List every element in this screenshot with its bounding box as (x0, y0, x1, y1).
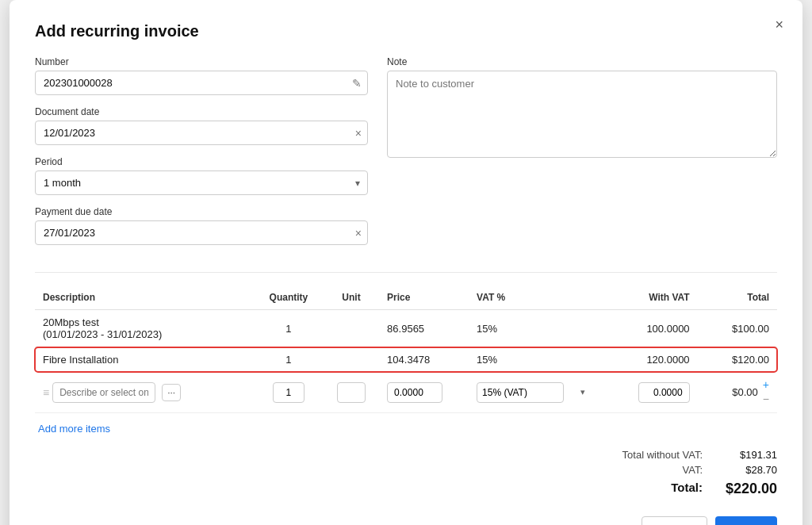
add-more-items-link[interactable]: Add more items (38, 423, 110, 435)
payment-due-label: Payment due date (35, 206, 368, 217)
totals-row-grand: Total: $220.00 (571, 481, 777, 497)
new-row-total-value: $0.00 (732, 386, 758, 398)
vat-value: $28.70 (722, 464, 777, 476)
row2-price: 104.3478 (379, 347, 469, 373)
without-vat-value: $191.31 (722, 449, 777, 461)
table-row: 20Mbps test (01/01/2023 - 31/01/2023) 1 … (35, 310, 777, 347)
new-item-unit-input[interactable] (337, 382, 366, 403)
row1-total: $100.00 (698, 310, 777, 347)
row2-vat-pct: 15% (469, 347, 598, 373)
col-description: Description (35, 285, 254, 310)
new-row-price-cell (379, 372, 469, 413)
totals-section: Total without VAT: $191.31 VAT: $28.70 T… (35, 449, 777, 500)
new-item-vat-select[interactable]: 15% (VAT) 0% 10% 20% (477, 382, 564, 403)
form-top-section: Number ✎ Document date × Period 1 month (35, 56, 777, 256)
doc-date-input[interactable] (35, 121, 368, 145)
col-total: Total (698, 285, 777, 310)
close-button[interactable]: × (772, 14, 787, 35)
doc-date-field-group: Document date × (35, 106, 368, 145)
new-row-vat-cell: 15% (VAT) 0% 10% 20% ▾ (469, 372, 598, 413)
period-label: Period (35, 156, 368, 167)
note-field-group: Note (387, 56, 777, 160)
new-item-row: ≡ ··· 15% (VAT) (35, 372, 777, 413)
col-vat-pct: VAT % (469, 285, 598, 310)
row2-total: $120.00 (698, 347, 777, 373)
totals-row-vat: VAT: $28.70 (571, 464, 777, 476)
number-edit-icon[interactable]: ✎ (350, 75, 363, 91)
payment-due-clear-icon[interactable]: × (354, 225, 363, 241)
save-button[interactable]: Save (715, 516, 777, 525)
form-right-col: Note (387, 56, 777, 256)
items-table: Description Quantity Unit Price VAT % Wi… (35, 285, 777, 413)
new-item-withvat-input[interactable] (638, 382, 690, 403)
row2-with-vat: 120.0000 (598, 347, 697, 373)
table-header: Description Quantity Unit Price VAT % Wi… (35, 285, 777, 310)
col-price: Price (379, 285, 469, 310)
modal-title: Add recurring invoice (35, 22, 777, 40)
doc-date-label: Document date (35, 106, 368, 117)
row1-price: 86.9565 (379, 310, 469, 347)
cancel-button[interactable]: Cancel (642, 516, 707, 525)
row2-description: Fibre Installation (35, 347, 254, 373)
new-item-dots-button[interactable]: ··· (162, 384, 181, 401)
number-label: Number (35, 56, 368, 67)
totals-row-without-vat: Total without VAT: $191.31 (571, 449, 777, 461)
drag-handle-icon: ≡ (43, 386, 49, 399)
col-unit: Unit (324, 285, 379, 310)
plus-icon[interactable]: + (763, 378, 769, 392)
note-textarea[interactable] (387, 71, 777, 158)
new-row-qty-cell (254, 372, 324, 413)
table-header-row: Description Quantity Unit Price VAT % Wi… (35, 285, 777, 310)
new-item-price-input[interactable] (387, 382, 442, 403)
table-row: Fibre Installation 1 104.3478 15% 120.00… (35, 347, 777, 373)
payment-due-input-wrap: × (35, 220, 368, 245)
row1-description: 20Mbps test (01/01/2023 - 31/01/2023) (35, 310, 254, 347)
total-value: $220.00 (722, 481, 777, 497)
footer-actions: Cancel Save (35, 516, 777, 525)
minus-icon[interactable]: − (763, 393, 769, 406)
note-label: Note (387, 56, 777, 67)
doc-date-clear-icon[interactable]: × (354, 125, 363, 141)
number-field-group: Number ✎ (35, 56, 368, 95)
vat-label: VAT: (599, 464, 703, 476)
payment-due-input[interactable] (35, 220, 368, 245)
new-item-description-input[interactable] (52, 382, 155, 403)
doc-date-input-wrap: × (35, 121, 368, 145)
without-vat-label: Total without VAT: (599, 449, 703, 461)
new-row-desc-cell: ≡ ··· (35, 372, 254, 413)
period-select[interactable]: 1 month 2 months 3 months 6 months 1 yea… (35, 171, 368, 195)
row1-quantity: 1 (254, 310, 324, 347)
row2-quantity: 1 (254, 347, 324, 373)
new-item-quantity-input[interactable] (273, 382, 304, 403)
period-select-wrap: 1 month 2 months 3 months 6 months 1 yea… (35, 171, 368, 195)
col-quantity: Quantity (254, 285, 324, 310)
vat-chevron-icon: ▾ (580, 387, 585, 397)
table-body: 20Mbps test (01/01/2023 - 31/01/2023) 1 … (35, 310, 777, 413)
period-field-group: Period 1 month 2 months 3 months 6 month… (35, 156, 368, 195)
row1-unit (324, 310, 379, 347)
row2-unit (324, 347, 379, 373)
number-input[interactable] (35, 71, 368, 95)
plus-minus-controls: + − (763, 378, 769, 406)
new-row-withvat-cell (598, 372, 697, 413)
col-with-vat: With VAT (598, 285, 697, 310)
modal-container: × Add recurring invoice Number ✎ Documen… (10, 0, 802, 525)
section-divider (35, 272, 777, 273)
payment-due-field-group: Payment due date × (35, 206, 368, 245)
number-input-wrap: ✎ (35, 71, 368, 95)
form-left-col: Number ✎ Document date × Period 1 month (35, 56, 368, 256)
row1-with-vat: 100.0000 (598, 310, 697, 347)
new-row-unit-cell (324, 372, 379, 413)
new-row-desc-wrap: ≡ ··· (43, 382, 246, 403)
new-row-vat-wrap: 15% (VAT) 0% 10% 20% ▾ (477, 382, 590, 403)
totals-block: Total without VAT: $191.31 VAT: $28.70 T… (571, 449, 777, 500)
total-label: Total: (599, 481, 703, 497)
new-row-total-cell: $0.00 + − (698, 372, 777, 413)
row1-vat-pct: 15% (469, 310, 598, 347)
